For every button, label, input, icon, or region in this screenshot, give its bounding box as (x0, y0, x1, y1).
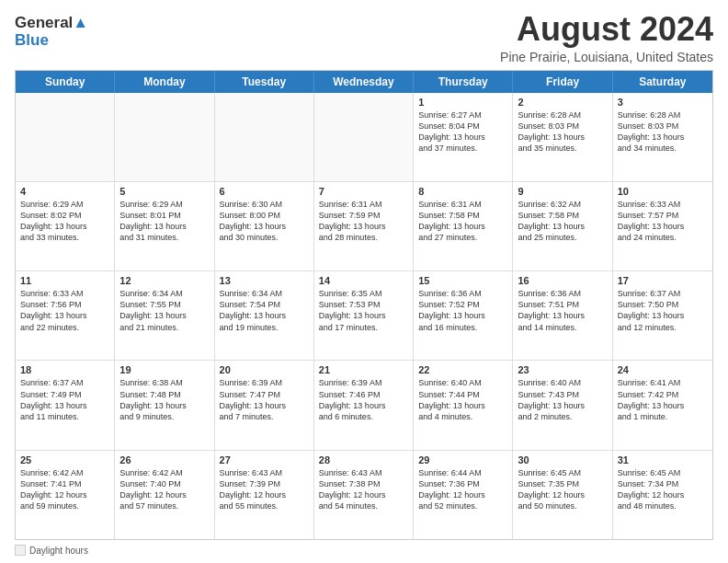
cal-cell: 7Sunrise: 6:31 AM Sunset: 7:59 PM Daylig… (314, 182, 414, 270)
logo-line1: General▲ (15, 15, 88, 32)
cal-cell: 10Sunrise: 6:33 AM Sunset: 7:57 PM Dayli… (613, 182, 712, 270)
legend-label: Daylight hours (29, 546, 88, 556)
cal-cell: 18Sunrise: 6:37 AM Sunset: 7:49 PM Dayli… (16, 361, 115, 449)
header-monday: Monday (115, 71, 214, 93)
cal-cell: 3Sunrise: 6:28 AM Sunset: 8:03 PM Daylig… (613, 93, 712, 181)
day-number: 12 (119, 275, 209, 286)
cal-cell (16, 93, 115, 181)
cal-cell: 28Sunrise: 6:43 AM Sunset: 7:38 PM Dayli… (314, 451, 414, 539)
day-number: 16 (518, 275, 607, 286)
day-info: Sunrise: 6:43 AM Sunset: 7:38 PM Dayligh… (319, 467, 408, 512)
header-saturday: Saturday (613, 71, 712, 93)
day-info: Sunrise: 6:42 AM Sunset: 7:41 PM Dayligh… (20, 467, 109, 512)
cal-cell: 4Sunrise: 6:29 AM Sunset: 8:02 PM Daylig… (16, 182, 115, 270)
cal-cell: 16Sunrise: 6:36 AM Sunset: 7:51 PM Dayli… (513, 271, 612, 360)
legend: Daylight hours (15, 545, 88, 556)
cal-cell: 20Sunrise: 6:39 AM Sunset: 7:47 PM Dayli… (215, 361, 314, 449)
day-info: Sunrise: 6:40 AM Sunset: 7:44 PM Dayligh… (418, 377, 507, 422)
day-number: 15 (418, 275, 507, 286)
cal-week-3: 11Sunrise: 6:33 AM Sunset: 7:56 PM Dayli… (16, 271, 712, 361)
cal-cell: 23Sunrise: 6:40 AM Sunset: 7:43 PM Dayli… (513, 361, 612, 449)
day-info: Sunrise: 6:31 AM Sunset: 7:58 PM Dayligh… (418, 199, 507, 244)
cal-cell: 11Sunrise: 6:33 AM Sunset: 7:56 PM Dayli… (16, 271, 115, 360)
day-number: 24 (618, 364, 708, 375)
day-info: Sunrise: 6:40 AM Sunset: 7:43 PM Dayligh… (518, 377, 607, 422)
day-number: 21 (319, 364, 408, 375)
header-tuesday: Tuesday (215, 71, 314, 93)
cal-cell: 25Sunrise: 6:42 AM Sunset: 7:41 PM Dayli… (16, 451, 115, 539)
day-number: 30 (518, 454, 607, 465)
day-number: 3 (618, 97, 708, 108)
day-number: 23 (518, 364, 607, 375)
header-wednesday: Wednesday (314, 71, 414, 93)
day-number: 18 (20, 364, 109, 375)
logo-line2: Blue (15, 32, 88, 50)
cal-cell: 30Sunrise: 6:45 AM Sunset: 7:35 PM Dayli… (513, 451, 612, 539)
title-block: August 2024 Pine Prairie, Louisiana, Uni… (500, 11, 713, 64)
day-info: Sunrise: 6:42 AM Sunset: 7:40 PM Dayligh… (119, 467, 209, 512)
day-number: 2 (518, 97, 607, 108)
cal-cell: 22Sunrise: 6:40 AM Sunset: 7:44 PM Dayli… (414, 361, 513, 449)
day-number: 20 (220, 364, 309, 375)
day-info: Sunrise: 6:35 AM Sunset: 7:53 PM Dayligh… (319, 288, 408, 333)
day-number: 19 (119, 364, 209, 375)
cal-cell: 12Sunrise: 6:34 AM Sunset: 7:55 PM Dayli… (115, 271, 214, 360)
cal-week-5: 25Sunrise: 6:42 AM Sunset: 7:41 PM Dayli… (16, 451, 712, 539)
header-friday: Friday (513, 71, 612, 93)
cal-week-4: 18Sunrise: 6:37 AM Sunset: 7:49 PM Dayli… (16, 361, 712, 450)
day-info: Sunrise: 6:28 AM Sunset: 8:03 PM Dayligh… (618, 109, 708, 155)
subtitle: Pine Prairie, Louisiana, United States (500, 50, 713, 64)
cal-week-2: 4Sunrise: 6:29 AM Sunset: 8:02 PM Daylig… (16, 182, 712, 271)
footer: Daylight hours (15, 545, 713, 556)
cal-cell (115, 93, 214, 181)
day-number: 13 (220, 275, 309, 286)
cal-cell (314, 93, 414, 181)
day-number: 27 (220, 454, 309, 465)
day-info: Sunrise: 6:32 AM Sunset: 7:58 PM Dayligh… (518, 199, 607, 244)
day-info: Sunrise: 6:36 AM Sunset: 7:51 PM Dayligh… (518, 288, 607, 333)
legend-box (15, 545, 26, 556)
day-info: Sunrise: 6:44 AM Sunset: 7:36 PM Dayligh… (418, 467, 507, 512)
day-number: 25 (20, 454, 109, 465)
day-info: Sunrise: 6:34 AM Sunset: 7:55 PM Dayligh… (119, 288, 209, 333)
day-number: 26 (119, 454, 209, 465)
day-number: 10 (618, 186, 708, 197)
cal-cell: 8Sunrise: 6:31 AM Sunset: 7:58 PM Daylig… (414, 182, 513, 270)
day-number: 8 (418, 186, 507, 197)
cal-cell: 13Sunrise: 6:34 AM Sunset: 7:54 PM Dayli… (215, 271, 314, 360)
cal-cell: 19Sunrise: 6:38 AM Sunset: 7:48 PM Dayli… (115, 361, 214, 449)
main-title: August 2024 (500, 11, 713, 48)
day-info: Sunrise: 6:33 AM Sunset: 7:56 PM Dayligh… (20, 288, 109, 333)
cal-cell: 24Sunrise: 6:41 AM Sunset: 7:42 PM Dayli… (613, 361, 712, 449)
day-number: 7 (319, 186, 408, 197)
calendar-body: 1Sunrise: 6:27 AM Sunset: 8:04 PM Daylig… (16, 93, 712, 539)
cal-cell: 31Sunrise: 6:45 AM Sunset: 7:34 PM Dayli… (613, 451, 712, 539)
day-info: Sunrise: 6:45 AM Sunset: 7:34 PM Dayligh… (618, 467, 708, 512)
day-number: 22 (418, 364, 507, 375)
day-info: Sunrise: 6:29 AM Sunset: 8:01 PM Dayligh… (119, 199, 209, 244)
day-info: Sunrise: 6:39 AM Sunset: 7:46 PM Dayligh… (319, 377, 408, 422)
day-info: Sunrise: 6:34 AM Sunset: 7:54 PM Dayligh… (220, 288, 309, 333)
day-number: 9 (518, 186, 607, 197)
day-number: 5 (119, 186, 209, 197)
cal-cell: 26Sunrise: 6:42 AM Sunset: 7:40 PM Dayli… (115, 451, 214, 539)
day-info: Sunrise: 6:39 AM Sunset: 7:47 PM Dayligh… (220, 377, 309, 422)
cal-week-1: 1Sunrise: 6:27 AM Sunset: 8:04 PM Daylig… (16, 93, 712, 182)
logo: General▲ Blue (15, 15, 88, 49)
day-number: 4 (20, 186, 109, 197)
day-info: Sunrise: 6:41 AM Sunset: 7:42 PM Dayligh… (618, 377, 708, 422)
day-info: Sunrise: 6:37 AM Sunset: 7:50 PM Dayligh… (618, 288, 708, 333)
day-number: 6 (220, 186, 309, 197)
header-thursday: Thursday (414, 71, 513, 93)
cal-cell: 5Sunrise: 6:29 AM Sunset: 8:01 PM Daylig… (115, 182, 214, 270)
day-info: Sunrise: 6:38 AM Sunset: 7:48 PM Dayligh… (119, 377, 209, 422)
day-number: 14 (319, 275, 408, 286)
cal-cell: 21Sunrise: 6:39 AM Sunset: 7:46 PM Dayli… (314, 361, 414, 449)
calendar: Sunday Monday Tuesday Wednesday Thursday… (15, 70, 713, 540)
cal-cell: 1Sunrise: 6:27 AM Sunset: 8:04 PM Daylig… (414, 93, 513, 181)
day-number: 29 (418, 454, 507, 465)
day-number: 11 (20, 275, 109, 286)
day-info: Sunrise: 6:27 AM Sunset: 8:04 PM Dayligh… (418, 109, 507, 155)
day-info: Sunrise: 6:37 AM Sunset: 7:49 PM Dayligh… (20, 377, 109, 422)
day-info: Sunrise: 6:30 AM Sunset: 8:00 PM Dayligh… (220, 199, 309, 244)
